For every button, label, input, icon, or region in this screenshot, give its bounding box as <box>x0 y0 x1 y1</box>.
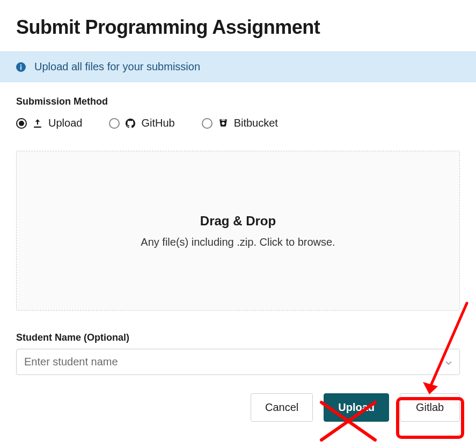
select-placeholder: Enter student name <box>24 356 118 368</box>
radio-label: GitHub <box>141 117 174 129</box>
page-title: Submit Programming Assignment <box>0 0 476 52</box>
radio-indicator <box>16 118 27 129</box>
svg-rect-1 <box>20 66 21 70</box>
info-bar: Upload all files for your submission <box>0 52 476 82</box>
radio-label: Upload <box>48 117 82 129</box>
info-icon <box>16 62 26 72</box>
dropzone-title: Drag & Drop <box>200 214 276 229</box>
chevron-down-icon <box>445 356 452 368</box>
submission-method-group: Upload GitHub Bitbucket <box>16 117 460 129</box>
cancel-button[interactable]: Cancel <box>251 393 313 422</box>
gitlab-button[interactable]: Gitlab <box>400 393 460 422</box>
student-name-select[interactable]: Enter student name <box>16 349 460 375</box>
radio-option-upload[interactable]: Upload <box>16 117 82 129</box>
student-name-label: Student Name (Optional) <box>16 332 460 343</box>
bitbucket-icon <box>218 118 229 129</box>
file-dropzone[interactable]: Drag & Drop Any file(s) including .zip. … <box>16 151 460 311</box>
radio-label: Bitbucket <box>234 117 278 129</box>
upload-icon <box>32 118 43 129</box>
radio-indicator <box>109 118 120 129</box>
info-text: Upload all files for your submission <box>34 61 200 73</box>
radio-option-github[interactable]: GitHub <box>109 117 174 129</box>
radio-indicator <box>202 118 213 129</box>
radio-option-bitbucket[interactable]: Bitbucket <box>202 117 278 129</box>
submission-method-label: Submission Method <box>16 96 460 107</box>
dropzone-subtitle: Any file(s) including .zip. Click to bro… <box>141 236 335 248</box>
button-row: Cancel Upload Gitlab <box>16 393 460 422</box>
upload-button[interactable]: Upload <box>324 393 389 422</box>
github-icon <box>125 118 136 129</box>
svg-rect-2 <box>20 64 21 65</box>
